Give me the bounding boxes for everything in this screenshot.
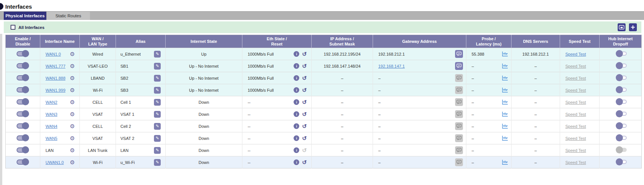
gateway-ping-button: [455, 134, 463, 142]
hub-dropoff-toggle[interactable]: [617, 100, 627, 104]
info-icon[interactable]: i: [294, 99, 299, 105]
latency-chart-icon[interactable]: [502, 159, 508, 165]
info-icon[interactable]: i: [294, 51, 299, 57]
gateway-cell: –: [373, 84, 466, 96]
speed-test-link[interactable]: Speed Test: [565, 52, 586, 56]
gateway-wrap: –: [373, 146, 466, 154]
reset-icon[interactable]: ↺: [302, 63, 307, 69]
gear-icon[interactable]: ⚙: [70, 75, 75, 81]
latency-chart-icon[interactable]: [502, 75, 508, 81]
gateway-address-link[interactable]: 192.168.147.1: [378, 64, 405, 68]
edit-alias-button[interactable]: ✎: [154, 99, 161, 106]
eth-state-text: 1000Mb/s Full: [248, 64, 274, 68]
reset-icon[interactable]: ↺: [302, 111, 307, 117]
latency-chart-icon[interactable]: [502, 51, 508, 57]
gear-icon[interactable]: ⚙: [70, 51, 75, 57]
reset-icon: ↺: [302, 147, 307, 153]
interface-name-link[interactable]: UWAN1.0: [46, 160, 64, 165]
enable-toggle[interactable]: [17, 51, 29, 56]
gear-icon[interactable]: ⚙: [70, 147, 75, 153]
edit-alias-button[interactable]: ✎: [154, 123, 161, 130]
edit-alias-button[interactable]: ✎: [154, 75, 161, 82]
info-icon[interactable]: i: [294, 159, 299, 165]
wan-lan-type-cell: VSAT-LEO: [80, 60, 116, 72]
info-icon[interactable]: i: [294, 75, 299, 81]
image-button[interactable]: [618, 23, 626, 31]
enable-toggle[interactable]: [17, 111, 29, 117]
info-icon[interactable]: i: [294, 123, 299, 129]
edit-alias-button[interactable]: ✎: [154, 135, 161, 142]
edit-alias-button[interactable]: ✎: [154, 159, 161, 166]
latency-chart-icon[interactable]: [502, 87, 508, 93]
enable-toggle[interactable]: [17, 75, 29, 80]
gear-icon[interactable]: ⚙: [70, 111, 75, 117]
latency-chart-icon[interactable]: [502, 111, 508, 117]
hub-dropoff-toggle[interactable]: [617, 112, 627, 116]
hub-dropoff-toggle[interactable]: [617, 88, 627, 92]
gear-icon[interactable]: ⚙: [70, 99, 75, 105]
enable-toggle[interactable]: [17, 63, 29, 68]
interface-name-wrap: WAN4⚙: [40, 123, 79, 129]
reset-icon[interactable]: ↺: [302, 87, 307, 93]
info-icon[interactable]: i: [294, 135, 299, 141]
edit-alias-button[interactable]: ✎: [154, 63, 161, 70]
interface-name-link[interactable]: WAN1.999: [46, 88, 65, 92]
reset-icon[interactable]: ↺: [302, 75, 307, 81]
enable-toggle[interactable]: [17, 159, 29, 165]
info-icon[interactable]: i: [294, 87, 299, 93]
all-interfaces-checkbox[interactable]: [11, 25, 15, 30]
hub-dropoff-toggle[interactable]: [617, 136, 627, 140]
interface-name-link[interactable]: WAN1.777: [46, 64, 65, 68]
gear-icon[interactable]: ⚙: [70, 63, 75, 69]
hub-dropoff-toggle[interactable]: [617, 124, 627, 128]
latency-chart-icon[interactable]: [502, 123, 508, 129]
reset-icon[interactable]: ↺: [302, 135, 307, 141]
latency-chart-icon[interactable]: [502, 99, 508, 105]
interface-name-link[interactable]: WAN1.888: [46, 76, 65, 80]
interface-name-link[interactable]: WAN5: [46, 136, 57, 141]
interface-name-link[interactable]: WAN4: [46, 124, 57, 129]
edit-alias-button[interactable]: ✎: [154, 111, 161, 118]
hub-dropoff-toggle[interactable]: [617, 64, 627, 68]
interface-name-link[interactable]: WAN1.0: [46, 52, 61, 56]
table-row: WAN1.0⚙Wiredu_Ethernet✎Up1000Mb/s Fulli↺…: [6, 48, 642, 60]
interface-name-link[interactable]: WAN2: [46, 100, 57, 105]
hub-dropoff-cell: [600, 108, 642, 120]
latency-chart-icon[interactable]: [502, 135, 508, 141]
edit-alias-button[interactable]: ✎: [154, 51, 161, 58]
enable-toggle[interactable]: [17, 123, 29, 129]
edit-alias-button[interactable]: ✎: [154, 87, 161, 94]
hub-dropoff-toggle[interactable]: [617, 76, 627, 80]
image-icon: [619, 25, 624, 30]
reset-icon[interactable]: ↺: [302, 123, 307, 129]
alias-wrap: u_Ethernet✎: [116, 51, 165, 58]
add-interface-button[interactable]: [629, 23, 637, 31]
tab-physical-interfaces[interactable]: Physical Interfaces: [4, 12, 46, 20]
enable-toggle[interactable]: [17, 99, 29, 105]
info-icon[interactable]: i: [294, 111, 299, 117]
reset-icon[interactable]: ↺: [302, 159, 307, 165]
enable-toggle[interactable]: [17, 135, 29, 141]
column-header-line: DNS Servers: [512, 39, 560, 44]
gear-icon[interactable]: ⚙: [70, 87, 75, 93]
info-icon[interactable]: i: [294, 147, 299, 153]
reset-icon[interactable]: ↺: [302, 51, 307, 57]
edit-alias-button[interactable]: ✎: [154, 147, 161, 154]
interface-name-link[interactable]: WAN3: [46, 112, 57, 117]
gear-icon[interactable]: ⚙: [70, 123, 75, 129]
hub-dropoff-toggle[interactable]: [617, 52, 627, 56]
latency-chart-icon[interactable]: [502, 63, 508, 69]
gateway-ping-button[interactable]: [455, 62, 463, 70]
enable-toggle[interactable]: [17, 147, 29, 153]
gateway-ping-button[interactable]: [455, 50, 463, 58]
enable-toggle[interactable]: [17, 87, 29, 92]
gear-icon[interactable]: ⚙: [70, 135, 75, 141]
tab-static-routes[interactable]: Static Routes: [46, 12, 90, 20]
reset-icon[interactable]: ↺: [302, 99, 307, 105]
speed-test-cell: Speed Test: [560, 156, 600, 168]
hub-dropoff-toggle[interactable]: [617, 160, 627, 164]
gear-icon[interactable]: ⚙: [70, 159, 75, 165]
info-icon[interactable]: i: [294, 63, 299, 69]
interface-name-wrap: WAN1.888⚙: [40, 75, 79, 81]
enable-cell: [6, 84, 40, 96]
